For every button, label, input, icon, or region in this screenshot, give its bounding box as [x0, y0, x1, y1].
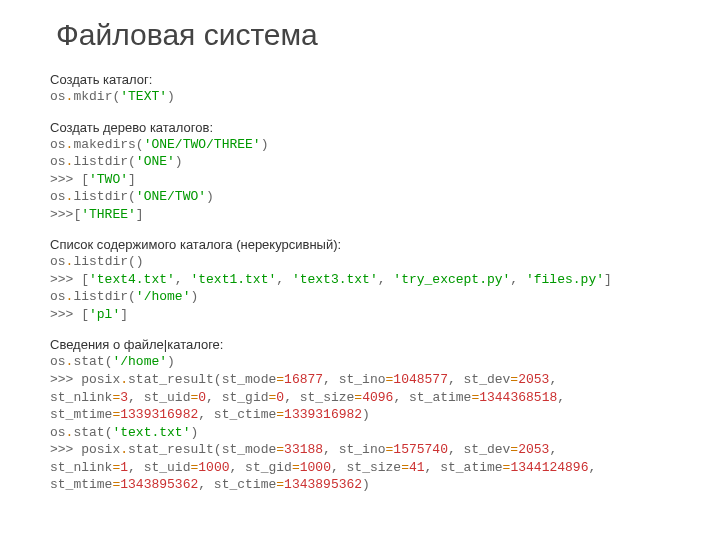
code-block: os.stat('/home') >>> posix.stat_result(s… — [50, 353, 670, 493]
section-makedirs: Создать дерево каталогов: os.makedirs('O… — [50, 120, 670, 224]
section-heading: Создать дерево каталогов: — [50, 120, 670, 135]
code-block: os.makedirs('ONE/TWO/THREE') os.listdir(… — [50, 136, 670, 224]
section-listdir: Список содержимого каталога (нерекурсивн… — [50, 237, 670, 323]
code-block: os.mkdir('TEXT') — [50, 88, 670, 106]
section-mkdir: Создать каталог: os.mkdir('TEXT') — [50, 72, 670, 106]
code-block: os.listdir() >>> ['text4.txt', 'text1.tx… — [50, 253, 670, 323]
section-stat: Сведения о файле|каталоге: os.stat('/hom… — [50, 337, 670, 493]
slide: Файловая система Создать каталог: os.mkd… — [0, 0, 720, 494]
section-heading: Список содержимого каталога (нерекурсивн… — [50, 237, 670, 252]
page-title: Файловая система — [56, 18, 670, 52]
section-heading: Сведения о файле|каталоге: — [50, 337, 670, 352]
section-heading: Создать каталог: — [50, 72, 670, 87]
